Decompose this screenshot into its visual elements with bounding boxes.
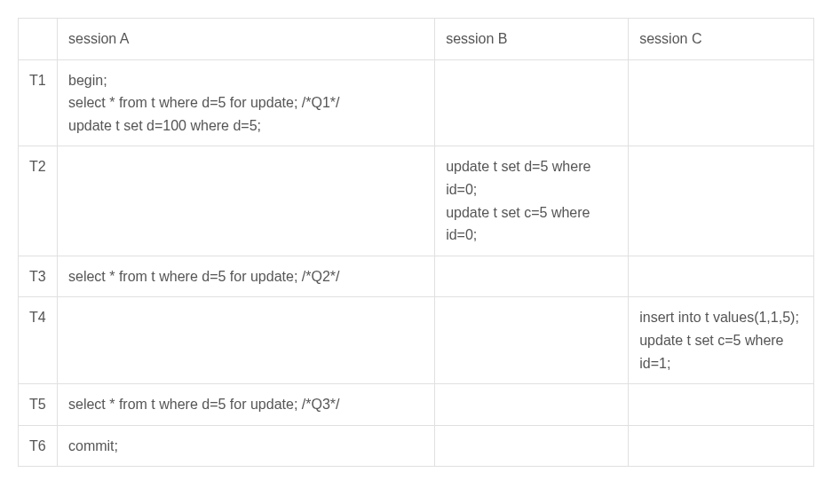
- cell-session-c: [629, 425, 814, 467]
- cell-time: T2: [19, 146, 58, 256]
- header-time: [19, 19, 58, 60]
- table-row: T1 begin; select * from t where d=5 for …: [19, 59, 814, 146]
- cell-session-a: [57, 297, 434, 384]
- cell-time: T1: [19, 59, 58, 146]
- cell-time: T3: [19, 256, 58, 297]
- cell-session-a: select * from t where d=5 for update; /*…: [57, 384, 434, 426]
- cell-session-a: commit;: [57, 425, 434, 467]
- header-session-c: session C: [629, 19, 814, 60]
- table-row: T3 select * from t where d=5 for update;…: [19, 256, 814, 297]
- cell-session-c: [629, 59, 814, 146]
- cell-session-b: [435, 425, 629, 467]
- cell-time: T5: [19, 384, 58, 426]
- cell-session-c: [629, 256, 814, 297]
- cell-session-b: update t set d=5 where id=0; update t se…: [435, 146, 629, 256]
- cell-session-a: [57, 146, 434, 256]
- cell-time: T4: [19, 297, 58, 384]
- cell-session-c: [629, 146, 814, 256]
- table-row: T5 select * from t where d=5 for update;…: [19, 384, 814, 426]
- cell-session-b: [435, 297, 629, 384]
- table-header-row: session A session B session C: [19, 19, 814, 60]
- table-row: T4 insert into t values(1,1,5); update t…: [19, 297, 814, 384]
- header-session-a: session A: [57, 19, 434, 60]
- cell-session-b: [435, 59, 629, 146]
- cell-session-b: [435, 384, 629, 426]
- session-timeline-table: session A session B session C T1 begin; …: [18, 18, 814, 467]
- cell-session-c: [629, 384, 814, 426]
- header-session-b: session B: [435, 19, 629, 60]
- cell-session-a: select * from t where d=5 for update; /*…: [57, 256, 434, 297]
- cell-session-a: begin; select * from t where d=5 for upd…: [57, 59, 434, 146]
- cell-time: T6: [19, 425, 58, 467]
- cell-session-c: insert into t values(1,1,5); update t se…: [629, 297, 814, 384]
- table-row: T6 commit;: [19, 425, 814, 467]
- table-row: T2 update t set d=5 where id=0; update t…: [19, 146, 814, 256]
- cell-session-b: [435, 256, 629, 297]
